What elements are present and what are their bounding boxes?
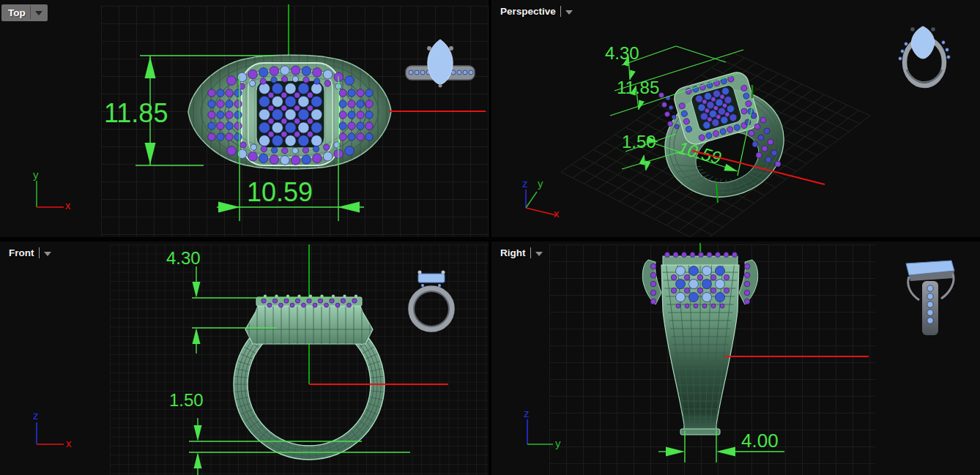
gem[interactable] — [690, 253, 695, 258]
gem[interactable] — [676, 280, 686, 289]
gem[interactable] — [208, 111, 215, 119]
gem[interactable] — [313, 146, 319, 152]
gem[interactable] — [248, 152, 258, 161]
gem[interactable] — [710, 274, 716, 280]
gem[interactable] — [348, 122, 355, 130]
perspective-viewport-canvas[interactable]: 4.30 11.85 1.50 10.59 z y x — [491, 0, 980, 237]
gem[interactable] — [671, 288, 677, 293]
gem[interactable] — [665, 253, 670, 258]
dimension-value[interactable]: 10.59 — [247, 177, 313, 207]
gem[interactable] — [226, 122, 233, 130]
gem[interactable] — [650, 281, 656, 287]
gem[interactable] — [345, 76, 354, 86]
gem[interactable] — [324, 303, 329, 307]
gem[interactable] — [217, 89, 224, 97]
gem[interactable] — [303, 77, 309, 83]
gem[interactable] — [365, 122, 373, 130]
gem[interactable] — [259, 109, 270, 120]
gem[interactable] — [684, 274, 690, 280]
gem[interactable] — [724, 274, 730, 280]
gem[interactable] — [313, 78, 319, 84]
gem[interactable] — [901, 50, 905, 53]
gem[interactable] — [267, 303, 272, 307]
gem[interactable] — [282, 148, 288, 154]
gem[interactable] — [744, 281, 750, 287]
gem[interactable] — [311, 109, 322, 120]
gem[interactable] — [334, 142, 340, 148]
gem[interactable] — [270, 155, 279, 165]
gem[interactable] — [457, 70, 461, 75]
gem[interactable] — [237, 72, 247, 82]
gem[interactable] — [754, 124, 760, 130]
gem[interactable] — [762, 146, 768, 152]
ring-model-perspective[interactable] — [651, 70, 798, 212]
gem[interactable] — [947, 56, 951, 59]
gem[interactable] — [756, 152, 762, 158]
gem[interactable] — [298, 83, 309, 94]
gem[interactable] — [744, 299, 750, 304]
gem[interactable] — [234, 89, 242, 97]
gem[interactable] — [298, 96, 309, 107]
gem[interactable] — [268, 105, 274, 111]
viewport-right[interactable]: 4.00 z y Right — [491, 242, 980, 475]
gem[interactable] — [294, 119, 300, 124]
dimension-value[interactable]: 11.85 — [617, 78, 659, 97]
gem[interactable] — [650, 290, 656, 296]
gem[interactable] — [285, 135, 296, 146]
viewport-title-front[interactable]: Front — [9, 247, 51, 258]
gem[interactable] — [764, 128, 770, 134]
gem[interactable] — [694, 304, 698, 308]
dropdown-arrow-icon[interactable] — [35, 11, 42, 15]
dimension-value[interactable]: 4.30 — [605, 43, 639, 63]
gem[interactable] — [650, 299, 656, 304]
gem[interactable] — [294, 92, 300, 98]
gem[interactable] — [768, 139, 773, 145]
gem[interactable] — [285, 83, 296, 94]
gem[interactable] — [765, 157, 771, 162]
gem[interactable] — [348, 133, 355, 141]
gem[interactable] — [702, 280, 712, 289]
gem[interactable] — [268, 131, 274, 137]
gem[interactable] — [668, 121, 673, 127]
gem[interactable] — [279, 303, 283, 307]
gem[interactable] — [409, 70, 413, 75]
gem[interactable] — [324, 81, 330, 86]
gem[interactable] — [268, 119, 274, 124]
gem[interactable] — [227, 76, 237, 86]
gem[interactable] — [348, 100, 355, 108]
viewport-title-right[interactable]: Right — [500, 247, 543, 258]
viewport-title-top[interactable]: Top — [1, 4, 48, 21]
gem[interactable] — [684, 288, 690, 293]
gem[interactable] — [237, 149, 247, 159]
gem[interactable] — [259, 83, 270, 94]
ring-model-top[interactable] — [188, 44, 391, 183]
gem[interactable] — [352, 299, 357, 303]
gem[interactable] — [292, 148, 298, 154]
gem[interactable] — [240, 142, 246, 148]
gem[interactable] — [469, 70, 473, 75]
gem[interactable] — [749, 130, 754, 136]
right-viewport-canvas[interactable]: 4.00 z y — [491, 242, 980, 475]
gem[interactable] — [775, 161, 781, 167]
gem[interactable] — [702, 293, 712, 302]
gem[interactable] — [752, 141, 758, 147]
gem[interactable] — [339, 133, 346, 141]
gem[interactable] — [942, 41, 946, 45]
dropdown-arrow-icon[interactable] — [44, 252, 51, 256]
gem[interactable] — [272, 83, 283, 94]
viewport-front[interactable]: 4.30 1.50 z x — [0, 242, 489, 475]
gem[interactable] — [702, 304, 707, 308]
gem[interactable] — [311, 83, 322, 94]
dropdown-arrow-icon[interactable] — [535, 252, 543, 256]
gem[interactable] — [724, 288, 730, 293]
gem[interactable] — [208, 100, 215, 108]
gem[interactable] — [281, 119, 287, 124]
gem[interactable] — [357, 122, 364, 130]
gem[interactable] — [259, 135, 270, 146]
gem[interactable] — [676, 304, 680, 308]
gem[interactable] — [365, 133, 373, 141]
gem[interactable] — [250, 144, 256, 150]
gem[interactable] — [302, 155, 311, 165]
front-viewport-canvas[interactable]: 4.30 1.50 z x — [0, 242, 489, 475]
gem[interactable] — [261, 146, 267, 152]
